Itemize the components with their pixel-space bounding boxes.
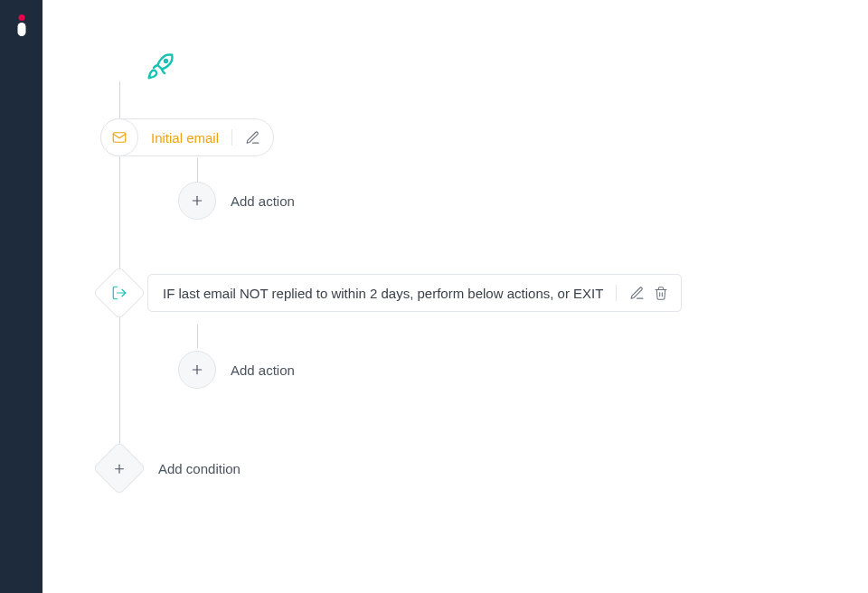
initial-email-node[interactable]: Initial email	[100, 118, 274, 156]
add-action-button[interactable]	[178, 351, 216, 389]
svg-point-0	[165, 60, 167, 62]
condition-node[interactable]: IF last email NOT replied to within 2 da…	[100, 274, 682, 312]
logo-dot-red	[18, 14, 24, 21]
start-node	[146, 49, 178, 81]
add-action-row: Add action	[178, 182, 295, 220]
add-action-button[interactable]	[178, 182, 216, 220]
connector-line	[119, 313, 120, 450]
initial-email-label: Initial email	[138, 130, 231, 146]
node-icon-circle	[100, 118, 138, 156]
workflow-canvas: Initial email Add action	[42, 0, 868, 593]
app-logo	[17, 14, 25, 36]
add-condition-label: Add condition	[158, 461, 241, 476]
connector-line	[119, 81, 120, 118]
edit-button[interactable]	[629, 286, 645, 301]
connector-line	[197, 158, 198, 182]
plus-icon	[190, 362, 204, 377]
envelope-icon	[111, 129, 127, 146]
delete-button[interactable]	[654, 286, 668, 301]
svg-rect-1	[113, 133, 126, 143]
add-condition-button[interactable]	[92, 441, 146, 494]
condition-label: IF last email NOT replied to within 2 da…	[163, 286, 616, 301]
add-condition-row: Add condition	[100, 449, 241, 487]
logo-dot-white	[17, 23, 25, 36]
rocket-icon	[146, 49, 178, 81]
exit-icon	[111, 285, 127, 301]
plus-icon	[113, 462, 127, 475]
sidebar	[0, 0, 42, 593]
add-action-row: Add action	[178, 351, 295, 389]
plus-icon	[190, 193, 204, 208]
connector-line	[119, 156, 120, 272]
condition-pill: IF last email NOT replied to within 2 da…	[147, 274, 682, 312]
edit-button[interactable]	[245, 130, 260, 146]
add-action-label: Add action	[231, 362, 295, 378]
condition-diamond	[92, 266, 146, 319]
connector-line	[197, 325, 198, 348]
add-action-label: Add action	[231, 193, 295, 209]
